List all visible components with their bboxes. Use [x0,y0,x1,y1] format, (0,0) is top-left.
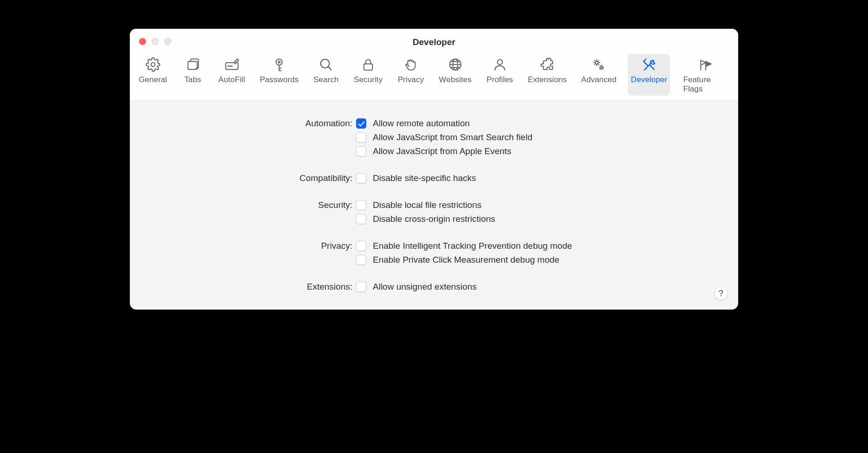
tab-label: Search [313,75,338,84]
preferences-window: Developer General Tabs AutoFill [130,29,738,310]
help-button[interactable]: ? [714,286,728,300]
checkbox-allow-unsigned-extensions[interactable] [356,282,366,292]
tab-label: Passwords [260,75,299,84]
tab-label: AutoFill [218,75,245,84]
flags-icon [698,57,714,72]
checkbox-disable-site-hacks[interactable] [356,173,366,183]
svg-point-0 [151,63,155,67]
tab-label: Privacy [398,75,424,84]
close-window-button[interactable] [139,38,146,45]
person-icon [492,57,508,72]
svg-line-9 [328,67,332,70]
tab-advanced[interactable]: Advanced [578,54,620,96]
option-label: Allow remote automation [373,118,729,129]
window-title: Developer [130,29,738,47]
checkbox-enable-pcm-debug[interactable] [356,255,366,265]
key-icon [271,57,287,72]
option-label: Allow JavaScript from Smart Search field [373,132,729,142]
section-label-compatibility: Compatibility: [300,173,352,183]
tab-label: Feature Flags [683,75,728,94]
svg-point-14 [498,59,503,65]
checkbox-enable-itp-debug[interactable] [356,241,366,251]
option-label: Enable Private Click Measurement debug m… [373,255,729,265]
svg-point-15 [595,61,598,64]
tab-developer[interactable]: Developer [628,54,670,96]
section-label-extensions: Extensions: [307,282,352,292]
option-label: Disable cross-origin restrictions [373,214,729,224]
tab-label: Security [354,75,383,84]
tab-search[interactable]: Search [310,54,342,96]
tab-label: Advanced [581,75,616,84]
svg-point-7 [278,61,280,63]
tab-label: General [139,75,167,84]
option-label: Disable local file restrictions [373,200,729,210]
checkbox-disable-local-file-restrictions[interactable] [356,200,366,210]
puzzle-icon [539,57,555,72]
gears-icon [591,57,606,72]
tab-label: Tabs [184,75,201,84]
section-label-security: Security: [318,200,352,210]
lock-icon [360,57,376,72]
tab-label: Websites [439,75,472,84]
tab-profiles[interactable]: Profiles [483,54,517,96]
svg-point-4 [230,66,230,67]
svg-point-6 [276,59,282,65]
tab-extensions[interactable]: Extensions [525,54,570,96]
zoom-window-button[interactable] [164,38,171,45]
pencil-field-icon [224,57,240,72]
option-label: Disable site-specific hacks [373,173,729,183]
gear-icon [145,57,161,72]
tab-label: Developer [631,75,667,84]
tab-feature-flags[interactable]: Feature Flags [678,54,733,96]
tab-security[interactable]: Security [351,54,386,96]
developer-pane: Automation: Allow remote automation Allo… [130,101,738,310]
checkbox-allow-js-smart-search[interactable] [356,132,366,142]
option-label: Enable Intelligent Tracking Prevention d… [373,241,729,251]
window-controls [139,38,171,45]
tools-icon [641,57,657,72]
tab-autofill[interactable]: AutoFill [215,54,249,96]
tab-label: Extensions [528,75,567,84]
option-label: Allow JavaScript from Apple Events [373,146,729,156]
minimize-window-button[interactable] [152,38,159,45]
tab-general[interactable]: General [135,54,171,96]
svg-rect-10 [364,64,373,70]
checkbox-disable-cross-origin-restrictions[interactable] [356,214,366,224]
hand-icon [403,57,419,72]
search-icon [318,57,334,72]
globe-icon [447,57,463,72]
checkbox-allow-remote-automation[interactable] [356,118,366,129]
titlebar: Developer General Tabs AutoFill [130,29,738,101]
preferences-toolbar: General Tabs AutoFill Passwords [130,47,738,100]
tab-websites[interactable]: Websites [436,54,475,96]
svg-point-3 [228,66,229,67]
tabs-icon [185,57,201,72]
checkbox-allow-js-apple-events[interactable] [356,146,366,156]
svg-point-5 [231,66,232,67]
tab-passwords[interactable]: Passwords [257,54,301,96]
option-label: Allow unsigned extensions [373,282,729,292]
tab-label: Profiles [486,75,513,84]
tab-privacy[interactable]: Privacy [394,54,427,96]
section-label-privacy: Privacy: [321,241,352,251]
tab-tabs[interactable]: Tabs [179,54,207,96]
section-label-automation: Automation: [306,118,352,129]
